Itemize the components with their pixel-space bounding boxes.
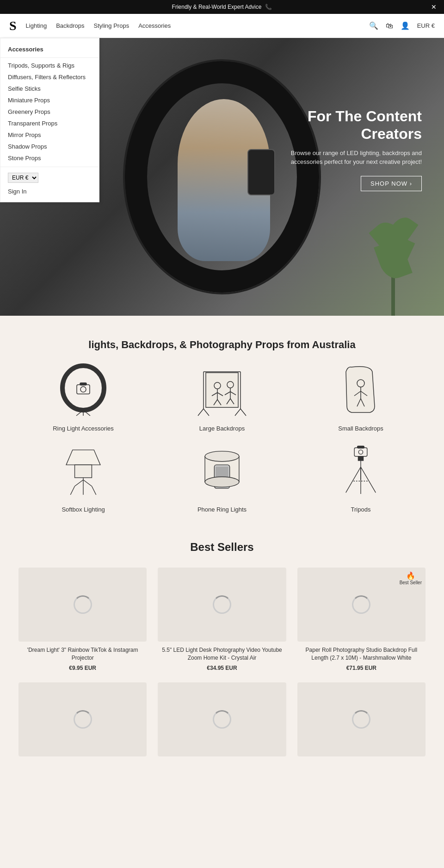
svg-line-27: [240, 409, 246, 416]
sidebar-dropdown: Accessories Tripods, Supports & Rigs Dif…: [0, 38, 99, 202]
sidebar-item-greenery[interactable]: Greenery Props: [0, 106, 99, 118]
best-seller-badge-text: Best Seller: [400, 580, 422, 585]
user-icon[interactable]: 👤: [401, 21, 410, 30]
best-sellers-title: Best Sellers: [0, 541, 444, 554]
svg-point-46: [205, 477, 239, 487]
section-heading: lights, Backdrops, & Photography Props f…: [0, 325, 444, 356]
hero-text: For The Content Creators Browse our rang…: [274, 107, 422, 191]
product-price-1: €9.95 EUR: [69, 665, 96, 671]
sidebar-item-transparent[interactable]: Transparent Props: [0, 118, 99, 129]
product-name-2: 5.5" LED Light Desk Photography Video Yo…: [158, 646, 286, 662]
softbox-icon: [42, 441, 125, 501]
main-nav: S Lighting Backdrops Styling Props Acces…: [0, 14, 444, 38]
sidebar-item-shadow[interactable]: Shadow Props: [0, 141, 99, 152]
nav-icons: 🔍 🛍 👤 EUR €: [369, 21, 435, 30]
category-softbox-label: Softbox Lighting: [62, 506, 105, 513]
svg-rect-35: [75, 465, 92, 478]
svg-point-49: [358, 450, 363, 454]
hero-plant: [370, 232, 416, 316]
product-loading-spinner-5: [213, 710, 231, 729]
svg-line-53: [361, 467, 376, 493]
close-icon[interactable]: ✕: [431, 3, 437, 11]
sidebar-item-tripods[interactable]: Tripods, Supports & Rigs: [0, 60, 99, 71]
svg-line-25: [204, 409, 209, 416]
svg-point-42: [205, 451, 239, 462]
category-large-backdrops[interactable]: Large Backdrops: [157, 360, 287, 432]
nav-link-backdrops[interactable]: Backdrops: [56, 22, 84, 29]
category-large-backdrops-label: Large Backdrops: [199, 425, 245, 432]
tripods-icon: [319, 441, 402, 501]
svg-rect-50: [358, 456, 363, 461]
category-grid: Ring Light Accessories: [0, 356, 444, 531]
phone-ring-icon: [180, 441, 264, 501]
product-image-3: 🔥 Best Seller: [297, 568, 426, 642]
cart-icon[interactable]: 🛍: [386, 22, 393, 30]
svg-line-26: [235, 409, 240, 416]
product-card-1[interactable]: 'Dream Light' 3" Rainbow TikTok & Instag…: [18, 568, 147, 671]
product-name-3: Paper Roll Photography Studio Backdrop F…: [297, 646, 426, 662]
currency-selector[interactable]: EUR €: [417, 22, 435, 29]
svg-point-2: [80, 387, 86, 392]
svg-marker-34: [66, 450, 100, 465]
product-image-4: [18, 682, 147, 756]
best-sellers-section: Best Sellers 'Dream Light' 3" Rainbow Ti…: [0, 531, 444, 780]
product-image-5: [158, 682, 286, 756]
small-backdrops-icon: [319, 360, 402, 420]
nav-link-lighting[interactable]: Lighting: [26, 22, 47, 29]
svg-rect-3: [80, 383, 86, 385]
announcement-bar: Friendly & Real-World Expert Advice 📞 ✕: [0, 0, 444, 14]
category-softbox[interactable]: Softbox Lighting: [18, 441, 148, 513]
announcement-text: Friendly & Real-World Expert Advice: [172, 4, 262, 10]
product-image-1: [18, 568, 147, 642]
svg-line-40: [92, 486, 96, 494]
hero-title: For The Content Creators: [274, 107, 422, 143]
nav-links: Lighting Backdrops Styling Props Accesso…: [26, 22, 369, 29]
product-loading-spinner-4: [74, 710, 92, 729]
sidebar-item-stone[interactable]: Stone Props: [0, 152, 99, 164]
products-grid-row2: [0, 671, 444, 761]
category-phone-ring-label: Phone Ring Lights: [197, 506, 247, 513]
svg-line-39: [70, 486, 74, 494]
product-price-3: €71.95 EUR: [346, 665, 376, 671]
search-icon[interactable]: 🔍: [369, 21, 378, 30]
category-tripods-label: Tripods: [351, 506, 371, 513]
sidebar-item-diffusers[interactable]: Diffusers, Filters & Reflectors: [0, 71, 99, 83]
product-loading-spinner-1: [74, 595, 92, 614]
currency-select[interactable]: EUR € USD $ AUD $: [8, 173, 38, 183]
nav-link-accessories[interactable]: Accessories: [138, 22, 171, 29]
sidebar-signin[interactable]: Sign In: [0, 186, 99, 197]
product-name-1: 'Dream Light' 3" Rainbow TikTok & Instag…: [18, 646, 147, 662]
category-ring-light-label: Ring Light Accessories: [53, 425, 114, 432]
svg-rect-11: [206, 373, 238, 407]
sidebar-item-miniature[interactable]: Miniature Props: [0, 94, 99, 106]
svg-point-0: [62, 366, 104, 410]
fire-icon: 🔥: [406, 571, 415, 580]
product-card-6[interactable]: [297, 682, 426, 761]
product-badge-3: 🔥 Best Seller: [400, 571, 422, 585]
svg-rect-47: [354, 448, 367, 456]
sidebar-item-mirror[interactable]: Mirror Props: [0, 129, 99, 141]
logo[interactable]: S: [9, 19, 17, 33]
category-phone-ring[interactable]: Phone Ring Lights: [157, 441, 287, 513]
sidebar-title: Accessories: [0, 43, 99, 58]
sidebar-divider: [0, 167, 99, 167]
product-card-3[interactable]: 🔥 Best Seller Paper Roll Photography Stu…: [297, 568, 426, 671]
svg-line-24: [198, 409, 204, 416]
product-image-2: [158, 568, 286, 642]
category-ring-light[interactable]: Ring Light Accessories: [18, 360, 148, 432]
sidebar-item-selfie[interactable]: Selfie Sticks: [0, 83, 99, 94]
nav-link-styling[interactable]: Styling Props: [94, 22, 130, 29]
product-card-5[interactable]: [158, 682, 286, 761]
product-card-4[interactable]: [18, 682, 147, 761]
announcement-emoji: 📞: [265, 4, 272, 10]
category-tripods[interactable]: Tripods: [296, 441, 426, 513]
ring-light-icon: [42, 360, 125, 420]
product-loading-spinner-3: [352, 595, 370, 614]
category-small-backdrops[interactable]: Small Backdrops: [296, 360, 426, 432]
sidebar-currency: EUR € USD $ AUD $: [0, 170, 99, 186]
hero-shop-now-button[interactable]: SHOP NOW ›: [361, 176, 422, 191]
svg-line-38: [83, 480, 92, 486]
product-card-2[interactable]: 5.5" LED Light Desk Photography Video Yo…: [158, 568, 286, 671]
product-image-6: [297, 682, 426, 756]
large-backdrops-icon: [180, 360, 264, 420]
